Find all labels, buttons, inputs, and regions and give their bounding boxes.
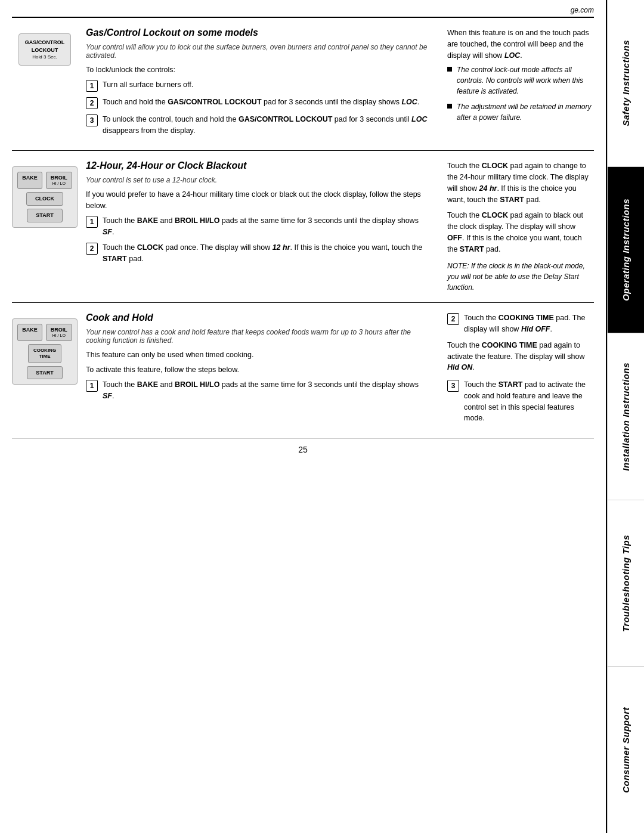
clock-step-num-1: 1 xyxy=(86,216,98,228)
step-text-3: To unlock the control, touch and hold th… xyxy=(103,114,431,137)
gas-lockout-title-bold: Gas/Control Lockout xyxy=(86,27,180,38)
bullet-text-1: The control lock-out mode affects all co… xyxy=(457,64,594,97)
lockout-line2: Lockout xyxy=(25,47,65,54)
tab-operating-label: Operating Instructions xyxy=(621,199,631,301)
tab-troubleshooting-label: Troubleshooting Tips xyxy=(621,535,631,632)
gas-lockout-right: When this feature is on and the touch pa… xyxy=(439,27,594,141)
cook-broil-label: Broil xyxy=(51,327,67,333)
lockout-box: Gas/Control Lockout Hold 3 Sec. xyxy=(18,33,72,66)
clock-step-1: 1 Touch the BAKE and BROIL HI/LO pads at… xyxy=(86,215,431,238)
cook-hold-intro2: To activate this feature, follow the ste… xyxy=(86,364,431,376)
clock-step-text-2: Touch the CLOCK pad once. The display wi… xyxy=(103,242,431,265)
clock-step-text-1: Touch the BAKE and BROIL HI/LO pads at t… xyxy=(103,215,431,238)
cook-hold-right-para: Touch the COOKING TIME pad again to acti… xyxy=(447,340,594,373)
clock-step-2: 2 Touch the CLOCK pad once. The display … xyxy=(86,242,431,265)
cook-hold-right-step-text-3: Touch the START pad to activate the cook… xyxy=(464,379,594,424)
clock-subtitle: Your control is set to use a 12-hour clo… xyxy=(86,176,431,184)
cook-hold-right-step-3: 3 Touch the START pad to activate the co… xyxy=(447,379,594,424)
cook-hold-title: Cook and Hold xyxy=(86,312,431,323)
broil-label: Broil xyxy=(51,175,67,181)
cook-hold-right-step-2: 2 Touch the COOKING TIME pad. The displa… xyxy=(447,312,594,335)
cook-bake-btn: Bake xyxy=(17,324,42,341)
cooking-time-btn: CookingTime xyxy=(28,344,61,363)
clock-icon-panel: Bake Broil Hi / Lo Clock Start xyxy=(12,160,78,293)
cooking-time-label: CookingTime xyxy=(33,348,56,359)
side-tabs: Safety Instructions Operating Instructio… xyxy=(607,0,644,833)
cook-hold-right: 2 Touch the COOKING TIME pad. The displa… xyxy=(439,312,594,429)
bullet-text-2: The adjustment will be retained in memor… xyxy=(457,101,594,123)
bullet-sq-2 xyxy=(447,104,452,109)
tab-installation[interactable]: Installation Instructions xyxy=(608,333,644,500)
clock-control-box: Bake Broil Hi / Lo Clock Start xyxy=(12,166,78,228)
broil-sub: Hi / Lo xyxy=(51,181,67,186)
clock-btn: Clock xyxy=(26,192,63,206)
top-bar: ge.com xyxy=(12,6,594,18)
gas-lockout-subtitle: Your control will allow you to lock out … xyxy=(86,43,431,60)
cook-hold-title-text: Cook and Hold xyxy=(86,312,153,323)
bake-btn: Bake xyxy=(17,172,42,189)
gas-lockout-bullet-2: The adjustment will be retained in memor… xyxy=(447,101,594,123)
cook-hold-control-box: Bake Broil Hi / Lo CookingTime Start xyxy=(12,318,78,385)
lockout-icon-panel: Gas/Control Lockout Hold 3 Sec. xyxy=(12,27,78,141)
gas-lockout-step-2: 2 Touch and hold the GAS/CONTROL LOCKOUT… xyxy=(86,97,431,109)
clock-note: NOTE: If the clock is in the black-out m… xyxy=(447,261,594,293)
clock-steps: 1 Touch the BAKE and BROIL HI/LO pads at… xyxy=(86,215,431,265)
clock-right-para-2: Touch the CLOCK pad again to black out t… xyxy=(447,210,594,255)
tab-consumer-support[interactable]: Consumer Support xyxy=(608,667,644,833)
gas-lockout-step-1: 1 Turn all surface burners off. xyxy=(86,79,431,92)
cook-hold-intro1: This feature can only be used when timed… xyxy=(86,349,431,361)
page-wrapper: ge.com Gas/Control Lockout Hold 3 Sec. G… xyxy=(0,0,644,833)
gas-lockout-step-3: 3 To unlock the control, touch and hold … xyxy=(86,114,431,137)
gas-lockout-bullet-1: The control lock-out mode affects all co… xyxy=(447,64,594,97)
cook-hold-step-num-1: 1 xyxy=(86,380,98,392)
start-btn: Start xyxy=(27,209,62,222)
clock-title: 12-Hour, 24-Hour or Clock Blackout xyxy=(86,160,431,171)
step-num-2: 2 xyxy=(86,97,98,109)
cook-broil-btn: Broil Hi / Lo xyxy=(46,324,72,341)
page-number: 25 xyxy=(12,438,594,458)
gas-lockout-intro: To lock/unlock the controls: xyxy=(86,64,431,76)
lockout-line1: Gas/Control xyxy=(25,39,65,47)
bullet-sq-1 xyxy=(447,67,452,72)
cook-hold-right-step-num-3: 3 xyxy=(447,380,459,392)
gas-lockout-title-suffix: on some models xyxy=(180,27,258,38)
tab-safety[interactable]: Safety Instructions xyxy=(608,0,644,167)
tab-troubleshooting[interactable]: Troubleshooting Tips xyxy=(608,500,644,667)
step-text-2: Touch and hold the GAS/CONTROL LOCKOUT p… xyxy=(103,97,431,108)
clock-intro: If you would prefer to have a 24-hour mi… xyxy=(86,189,431,212)
lockout-line3: Hold 3 Sec. xyxy=(25,54,65,60)
step-num-1: 1 xyxy=(86,80,98,92)
step-num-3: 3 xyxy=(86,114,98,126)
cook-hold-icon-panel: Bake Broil Hi / Lo CookingTime Start xyxy=(12,312,78,429)
cook-hold-content: Cook and Hold Your new control has a coo… xyxy=(78,312,439,429)
cook-hold-step-1: 1 Touch the BAKE and BROIL HI/LO pads at… xyxy=(86,379,431,402)
gas-lockout-right-intro: When this feature is on and the touch pa… xyxy=(447,27,594,61)
cook-broil-sub: Hi / Lo xyxy=(51,333,67,338)
cook-hold-steps: 1 Touch the BAKE and BROIL HI/LO pads at… xyxy=(86,379,431,402)
broil-btn: Broil Hi / Lo xyxy=(46,172,72,189)
site-url: ge.com xyxy=(571,6,594,14)
section-cook-hold: Bake Broil Hi / Lo CookingTime Start Coo… xyxy=(12,303,594,438)
main-content: ge.com Gas/Control Lockout Hold 3 Sec. G… xyxy=(0,0,607,833)
clock-right-para-1: Touch the CLOCK pad again to change to t… xyxy=(447,160,594,205)
cook-start-btn: Start xyxy=(27,366,62,380)
section-gas-lockout: Gas/Control Lockout Hold 3 Sec. Gas/Cont… xyxy=(12,18,594,151)
tab-safety-label: Safety Instructions xyxy=(621,40,631,126)
section-clock: Bake Broil Hi / Lo Clock Start 12-Hour, … xyxy=(12,151,594,303)
cook-hold-right-step-num-2: 2 xyxy=(447,313,459,325)
clock-step-num-2: 2 xyxy=(86,243,98,255)
clock-top-row: Bake Broil Hi / Lo xyxy=(18,172,71,189)
gas-lockout-title: Gas/Control Lockout on some models xyxy=(86,27,431,38)
cook-hold-top-row: Bake Broil Hi / Lo xyxy=(18,324,71,341)
tab-operating[interactable]: Operating Instructions xyxy=(608,167,644,334)
gas-lockout-steps: 1 Turn all surface burners off. 2 Touch … xyxy=(86,79,431,137)
cook-hold-right-step-text-2: Touch the COOKING TIME pad. The display … xyxy=(464,312,594,335)
clock-right: Touch the CLOCK pad again to change to t… xyxy=(439,160,594,293)
clock-title-text: 12-Hour, 24-Hour or Clock Blackout xyxy=(86,160,246,171)
cook-hold-step-text-1: Touch the BAKE and BROIL HI/LO pads at t… xyxy=(103,379,431,402)
gas-lockout-content: Gas/Control Lockout on some models Your … xyxy=(78,27,439,141)
step-text-1: Turn all surface burners off. xyxy=(103,79,431,91)
clock-content: 12-Hour, 24-Hour or Clock Blackout Your … xyxy=(78,160,439,293)
cook-hold-subtitle: Your new control has a cook and hold fea… xyxy=(86,328,431,345)
tab-consumer-support-label: Consumer Support xyxy=(621,707,631,793)
